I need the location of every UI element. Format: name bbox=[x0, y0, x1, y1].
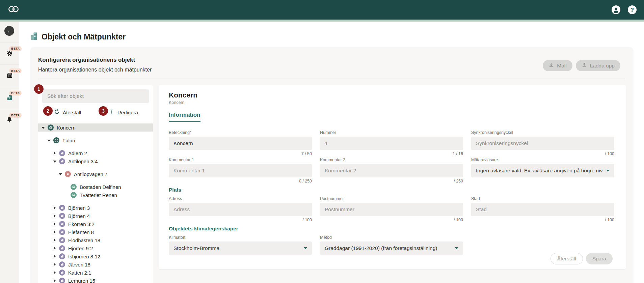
chevron-right-icon[interactable] bbox=[52, 205, 57, 210]
tree-node[interactable]: Antilopvägen 7 bbox=[38, 170, 153, 178]
chevron-down-icon bbox=[606, 170, 610, 172]
field-label: Kommentar 2 bbox=[320, 158, 463, 162]
tree-node[interactable]: Lemuren 15 bbox=[38, 277, 153, 283]
building-icon bbox=[65, 171, 71, 177]
card-subtitle: Hantera organisationens objekt och mätpu… bbox=[38, 67, 152, 73]
kommentar1-input[interactable] bbox=[169, 164, 312, 177]
object-form: Beteckning* 7 / 50 Nummer 1 / 16 Synkron… bbox=[169, 130, 614, 256]
char-counter: / 100 bbox=[320, 218, 463, 223]
object-tree: Koncern Falun Adlern 2 bbox=[38, 123, 153, 283]
field-label: Mätaravläsare bbox=[471, 158, 614, 162]
beteckning-input[interactable] bbox=[169, 137, 312, 150]
refresh-icon bbox=[54, 109, 60, 116]
page-title: Objekt och Mätpunkter bbox=[42, 32, 126, 41]
tree-node[interactable]: Ekorren 3:2 bbox=[38, 220, 153, 228]
char-counter: / 100 bbox=[471, 151, 614, 157]
tree-node[interactable]: Elefanten 8 bbox=[38, 228, 153, 236]
template-button[interactable]: Mall bbox=[543, 60, 572, 71]
chevron-right-icon[interactable] bbox=[52, 262, 57, 267]
config-card: Konfigurera organisationens objekt Hante… bbox=[30, 47, 633, 283]
field-label: Metod bbox=[320, 235, 463, 240]
field-kommentar1: Kommentar 1 0 / 250 bbox=[169, 158, 312, 184]
kommentar2-input[interactable] bbox=[320, 164, 463, 177]
sidebar-item-settings[interactable]: BETA bbox=[0, 42, 19, 64]
char-counter: 0 / 250 bbox=[169, 179, 312, 184]
tree-node[interactable]: Järven 18 bbox=[38, 260, 153, 268]
chevron-down-icon bbox=[455, 247, 458, 249]
adress-input[interactable] bbox=[169, 203, 312, 216]
tree-node[interactable]: Antilopen 3:4 bbox=[38, 157, 153, 165]
property-icon bbox=[59, 237, 65, 243]
tree-node[interactable]: Adlern 2 bbox=[38, 149, 153, 157]
tree-node[interactable]: Koncern bbox=[38, 123, 153, 132]
chevron-right-icon[interactable] bbox=[52, 278, 57, 283]
field-nummer: Nummer 1 / 16 bbox=[320, 130, 463, 157]
stad-input[interactable] bbox=[471, 203, 614, 216]
synkroniseringsnyckel-input[interactable] bbox=[471, 137, 614, 150]
tree-edit-button[interactable]: Redigera bbox=[109, 107, 138, 118]
property-icon bbox=[59, 213, 65, 219]
field-mataravlasare: Mätaravläsare Ingen avläsare vald. Ev. a… bbox=[471, 158, 614, 184]
mataravlasare-dropdown[interactable]: Ingen avläsare vald. Ev. avläsare angive… bbox=[471, 164, 614, 177]
main-content: Objekt och Mätpunkter Konfigurera organi… bbox=[19, 22, 644, 283]
chevron-down-icon[interactable] bbox=[58, 172, 63, 176]
chevron-right-icon[interactable] bbox=[52, 214, 57, 218]
field-synkroniseringsnyckel: Synkroniseringsnyckel / 100 bbox=[471, 130, 614, 157]
tree-node[interactable]: Isbjörnen 8:12 bbox=[38, 252, 153, 260]
postnummer-input[interactable] bbox=[320, 203, 463, 216]
field-label: Nummer bbox=[320, 130, 463, 135]
tab-information[interactable]: Information bbox=[169, 112, 200, 122]
klimatort-dropdown[interactable]: Stockholm-Bromma bbox=[169, 242, 312, 255]
property-icon bbox=[59, 270, 65, 276]
app-logo-infinity-icon[interactable] bbox=[7, 5, 20, 15]
sidebar-item-documents[interactable]: BETA bbox=[0, 64, 19, 87]
tree-node[interactable]: Flodhästen 18 bbox=[38, 236, 153, 244]
metod-dropdown[interactable]: Graddagar (1991-2020) (från företagsinst… bbox=[320, 242, 463, 255]
tree-node[interactable]: Tvätteriet Renen bbox=[38, 191, 153, 199]
chevron-right-icon[interactable] bbox=[52, 151, 57, 155]
arrow-left-icon: ← bbox=[7, 28, 12, 34]
tree-node[interactable]: Bostaden Delfinen bbox=[38, 183, 153, 191]
field-label: Postnummer bbox=[320, 196, 463, 201]
chevron-right-icon[interactable] bbox=[52, 222, 57, 226]
chevron-down-icon[interactable] bbox=[52, 159, 57, 164]
save-button[interactable]: Spara bbox=[586, 253, 613, 264]
tree-node[interactable]: Hjorten 9:2 bbox=[38, 244, 153, 252]
help-icon[interactable]: ? bbox=[628, 5, 637, 14]
field-beteckning: Beteckning* 7 / 50 bbox=[169, 130, 312, 157]
field-label: Stad bbox=[471, 196, 614, 201]
field-stad: Stad / 100 bbox=[471, 196, 614, 223]
download-icon bbox=[548, 62, 554, 69]
section-plats: Plats bbox=[169, 187, 614, 193]
chevron-right-icon[interactable] bbox=[52, 246, 57, 251]
unfold-vertical-icon bbox=[109, 109, 114, 116]
tree-node[interactable]: Katten 2:1 bbox=[38, 268, 153, 277]
char-counter: 1 / 16 bbox=[320, 151, 463, 157]
account-icon[interactable] bbox=[612, 5, 620, 14]
nummer-input[interactable] bbox=[320, 137, 463, 150]
property-icon bbox=[59, 205, 65, 211]
chevron-right-icon[interactable] bbox=[52, 230, 57, 234]
tree-node[interactable]: Björnen 3 bbox=[38, 204, 153, 212]
reset-button[interactable]: Återställ bbox=[551, 253, 583, 264]
tree-node[interactable]: Falun bbox=[38, 136, 153, 144]
property-icon bbox=[59, 150, 65, 156]
field-metod: Metod Graddagar (1991-2020) (från företa… bbox=[320, 235, 463, 255]
chevron-right-icon[interactable] bbox=[52, 238, 57, 243]
sidebar-item-objects[interactable]: BETA bbox=[0, 87, 19, 109]
property-icon bbox=[59, 278, 65, 283]
tree-node[interactable]: Björnen 4 bbox=[38, 212, 153, 220]
sidebar-item-notifications[interactable]: BETA bbox=[0, 109, 19, 131]
section-klimategenskaper: Objektets klimategenskaper bbox=[169, 226, 614, 232]
sidebar: ← BETA BETA bbox=[0, 22, 19, 283]
chevron-down-icon[interactable] bbox=[41, 125, 46, 130]
search-input[interactable] bbox=[42, 89, 149, 103]
upload-button[interactable]: Ladda upp bbox=[576, 60, 620, 71]
annotation-marker-3: 3 bbox=[99, 106, 108, 116]
chevron-right-icon[interactable] bbox=[52, 270, 57, 275]
chevron-down-icon[interactable] bbox=[47, 138, 51, 143]
chevron-right-icon[interactable] bbox=[52, 254, 57, 259]
annotation-marker-1: 1 bbox=[34, 84, 44, 94]
tree-reset-button[interactable]: Återställ bbox=[54, 107, 81, 118]
back-button[interactable]: ← bbox=[4, 26, 14, 36]
